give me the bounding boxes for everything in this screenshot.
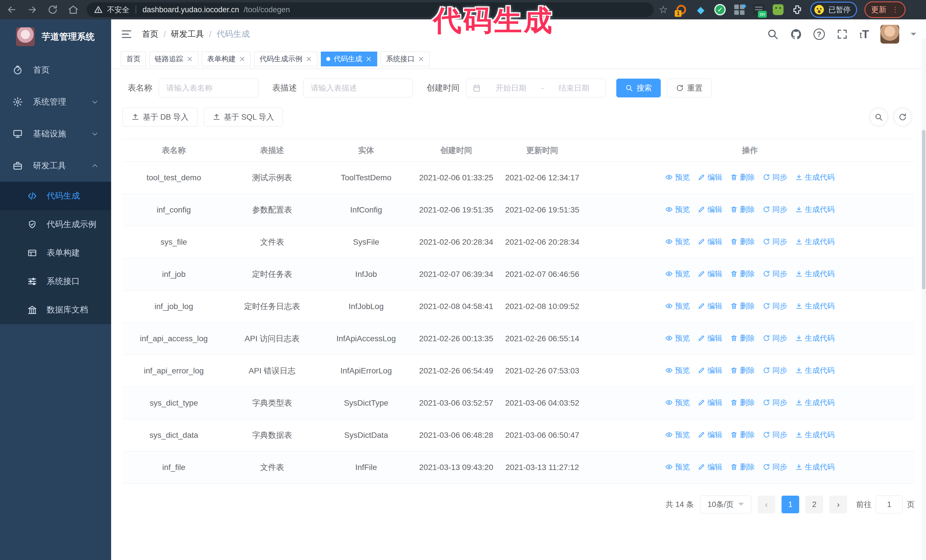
action-sync-link[interactable]: 同步 bbox=[763, 236, 787, 247]
browser-home-icon[interactable] bbox=[68, 4, 79, 15]
page-size-select[interactable]: 10条/页 bbox=[700, 496, 751, 513]
action-sync-link[interactable]: 同步 bbox=[763, 365, 787, 376]
github-icon[interactable] bbox=[790, 28, 802, 40]
hamburger-icon[interactable] bbox=[121, 29, 132, 40]
action-generate-code-link[interactable]: 生成代码 bbox=[795, 300, 835, 312]
action-preview-link[interactable]: 预览 bbox=[665, 236, 690, 247]
extensions-puzzle-icon[interactable] bbox=[791, 4, 803, 15]
browser-forward-icon[interactable] bbox=[27, 4, 38, 15]
address-bar[interactable]: 不安全 dashboard.yudao.iocoder.cn/tool/code… bbox=[86, 2, 654, 17]
tab-home[interactable]: 首页 bbox=[121, 51, 146, 66]
tab-tracing[interactable]: 链路追踪 bbox=[149, 51, 198, 66]
action-delete-link[interactable]: 删除 bbox=[730, 365, 755, 376]
user-avatar[interactable] bbox=[881, 25, 899, 44]
search-button[interactable]: 搜索 bbox=[616, 78, 661, 97]
toggle-search-button[interactable] bbox=[870, 109, 887, 125]
sidebar-item-infrastructure[interactable]: 基础设施 bbox=[0, 118, 111, 150]
action-edit-link[interactable]: 编辑 bbox=[698, 268, 722, 279]
prev-page-button[interactable]: ‹ bbox=[758, 496, 775, 513]
action-preview-link[interactable]: 预览 bbox=[665, 300, 690, 312]
close-icon[interactable] bbox=[418, 56, 424, 62]
extension-on-icon[interactable]: on bbox=[753, 4, 765, 16]
action-sync-link[interactable]: 同步 bbox=[763, 204, 787, 215]
extension-gem-icon[interactable]: ◆ bbox=[694, 4, 707, 16]
import-db-button[interactable]: 基于 DB 导入 bbox=[123, 108, 197, 127]
action-edit-link[interactable]: 编辑 bbox=[698, 365, 722, 376]
action-generate-code-link[interactable]: 生成代码 bbox=[795, 461, 835, 472]
sidebar-item-system-api[interactable]: 系统接口 bbox=[0, 267, 111, 296]
breadcrumb-dev-tools[interactable]: 研发工具 bbox=[171, 29, 204, 40]
extension-robot-icon[interactable] bbox=[772, 4, 784, 16]
goto-page-input[interactable] bbox=[876, 496, 903, 513]
kebab-menu-icon[interactable]: ⋮ bbox=[891, 8, 899, 12]
close-icon[interactable] bbox=[187, 56, 193, 62]
tab-system-api[interactable]: 系统接口 bbox=[381, 51, 430, 66]
action-preview-link[interactable]: 预览 bbox=[665, 332, 690, 344]
action-preview-link[interactable]: 预览 bbox=[665, 268, 690, 279]
action-delete-link[interactable]: 删除 bbox=[730, 204, 755, 215]
help-icon[interactable]: ? bbox=[814, 29, 825, 40]
sidebar-item-code-generation[interactable]: 代码生成 bbox=[0, 182, 111, 210]
action-sync-link[interactable]: 同步 bbox=[763, 300, 787, 312]
action-delete-link[interactable]: 删除 bbox=[730, 332, 755, 344]
action-generate-code-link[interactable]: 生成代码 bbox=[795, 236, 835, 247]
extension-check-icon[interactable]: ✓ bbox=[714, 4, 726, 16]
action-delete-link[interactable]: 删除 bbox=[730, 268, 755, 279]
action-preview-link[interactable]: 预览 bbox=[665, 172, 690, 183]
action-preview-link[interactable]: 预览 bbox=[665, 461, 690, 472]
reset-button[interactable]: 重置 bbox=[667, 78, 711, 97]
action-delete-link[interactable]: 删除 bbox=[730, 300, 755, 312]
search-icon[interactable] bbox=[767, 28, 779, 40]
action-edit-link[interactable]: 编辑 bbox=[698, 332, 722, 344]
action-sync-link[interactable]: 同步 bbox=[763, 397, 787, 408]
page-button-2[interactable]: 2 bbox=[805, 496, 823, 513]
sidebar-item-form-builder[interactable]: 表单构建 bbox=[0, 239, 111, 267]
action-delete-link[interactable]: 删除 bbox=[730, 236, 755, 247]
browser-back-icon[interactable] bbox=[6, 4, 17, 15]
action-sync-link[interactable]: 同步 bbox=[763, 332, 787, 344]
action-preview-link[interactable]: 预览 bbox=[665, 429, 690, 440]
import-sql-button[interactable]: 基于 SQL 导入 bbox=[204, 108, 283, 127]
extension-orange-icon[interactable]: 1 bbox=[675, 4, 687, 16]
tab-form-builder[interactable]: 表单构建 bbox=[202, 51, 251, 66]
action-preview-link[interactable]: 预览 bbox=[665, 365, 690, 376]
action-delete-link[interactable]: 删除 bbox=[730, 429, 755, 440]
breadcrumb-home[interactable]: 首页 bbox=[142, 29, 159, 40]
action-edit-link[interactable]: 编辑 bbox=[698, 204, 722, 215]
app-logo-row[interactable]: 芋道管理系统 bbox=[0, 20, 111, 54]
close-icon[interactable] bbox=[239, 56, 245, 62]
font-size-icon[interactable]: tT bbox=[859, 28, 869, 41]
sidebar-item-home[interactable]: 首页 bbox=[0, 54, 111, 86]
action-generate-code-link[interactable]: 生成代码 bbox=[795, 268, 835, 279]
scrollbar-thumb[interactable] bbox=[922, 130, 925, 290]
avatar-caret-icon[interactable] bbox=[911, 33, 916, 38]
action-generate-code-link[interactable]: 生成代码 bbox=[795, 429, 835, 440]
action-delete-link[interactable]: 删除 bbox=[730, 397, 755, 408]
date-range-picker[interactable]: 开始日期 - 结束日期 bbox=[466, 78, 605, 97]
bookmark-star-icon[interactable]: ☆ bbox=[659, 5, 668, 15]
fullscreen-icon[interactable] bbox=[836, 28, 848, 40]
action-generate-code-link[interactable]: 生成代码 bbox=[795, 172, 835, 183]
sidebar-item-dev-tools[interactable]: 研发工具 bbox=[0, 150, 111, 182]
update-button[interactable]: 更新 ⋮ bbox=[864, 2, 905, 18]
tab-codegen-example[interactable]: 代码生成示例 bbox=[254, 51, 318, 66]
refresh-table-button[interactable] bbox=[894, 109, 911, 125]
table-desc-input[interactable] bbox=[303, 78, 413, 97]
action-generate-code-link[interactable]: 生成代码 bbox=[795, 332, 835, 344]
action-sync-link[interactable]: 同步 bbox=[763, 429, 787, 440]
browser-reload-icon[interactable] bbox=[47, 4, 58, 15]
action-generate-code-link[interactable]: 生成代码 bbox=[795, 397, 835, 408]
action-edit-link[interactable]: 编辑 bbox=[698, 461, 722, 472]
action-edit-link[interactable]: 编辑 bbox=[698, 236, 722, 247]
action-sync-link[interactable]: 同步 bbox=[763, 268, 787, 279]
window-scrollbar[interactable] bbox=[921, 39, 926, 560]
sidebar-item-system-management[interactable]: 系统管理 bbox=[0, 86, 111, 118]
action-delete-link[interactable]: 删除 bbox=[730, 172, 755, 183]
action-generate-code-link[interactable]: 生成代码 bbox=[795, 204, 835, 215]
action-edit-link[interactable]: 编辑 bbox=[698, 300, 722, 312]
sidebar-item-database-doc[interactable]: 数据库文档 bbox=[0, 296, 111, 324]
action-edit-link[interactable]: 编辑 bbox=[698, 172, 722, 183]
close-icon[interactable] bbox=[366, 56, 372, 62]
action-preview-link[interactable]: 预览 bbox=[665, 397, 690, 408]
action-sync-link[interactable]: 同步 bbox=[763, 172, 787, 183]
